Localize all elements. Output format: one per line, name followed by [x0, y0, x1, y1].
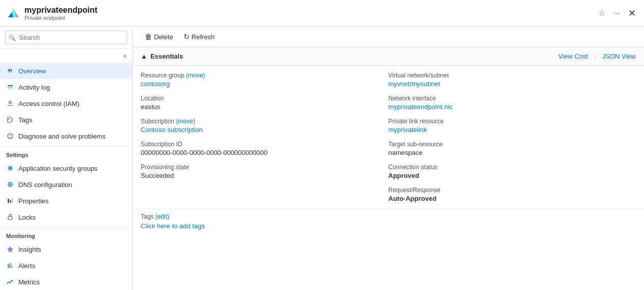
- location-value: eastus: [141, 103, 389, 111]
- content-toolbar: 🗑 Delete ↻ Refresh: [133, 27, 644, 47]
- dns-config-label: DNS configuration: [18, 181, 72, 189]
- alerts-icon: [6, 261, 14, 270]
- insights-icon: [6, 245, 14, 253]
- field-vnet-subnet: Virtual network/subnet myvnet/mysubnet: [389, 72, 636, 88]
- svg-rect-3: [8, 85, 13, 86]
- alerts-label: Alerts: [18, 262, 35, 270]
- essentials-collapse-icon[interactable]: ▲: [141, 52, 147, 60]
- field-subscription: Subscription (move) Contoso subscription: [141, 118, 389, 134]
- svg-point-15: [10, 184, 11, 186]
- essentials-header: ▲ Essentials View Cost | JSON View: [133, 47, 644, 66]
- resource-title-block: myprivateendpoint Private endpoint: [24, 6, 592, 21]
- sidebar-item-access-control[interactable]: Access control (IAM): [0, 95, 132, 112]
- tags-add-link[interactable]: Click here to add tags: [141, 222, 205, 230]
- sidebar-item-app-security-groups[interactable]: Application security groups: [0, 160, 132, 176]
- target-sub-resource-label: Target sub-resource: [389, 141, 636, 148]
- sidebar-collapse-button[interactable]: «: [0, 49, 132, 63]
- provisioning-state-value: Succeeded: [141, 172, 389, 179]
- sidebar-item-overview[interactable]: Overview: [0, 63, 132, 79]
- sidebar-item-dns-config[interactable]: DNS configuration: [0, 176, 132, 193]
- subscription-id-label: Subscription ID: [141, 141, 389, 148]
- field-resource-group: Resource group (move) contosorg: [141, 72, 389, 88]
- sidebar-item-locks[interactable]: Locks: [0, 209, 132, 225]
- sidebar-item-alerts[interactable]: Alerts: [0, 257, 132, 274]
- view-cost-link[interactable]: View Cost: [558, 52, 588, 60]
- refresh-icon: ↻: [184, 33, 190, 41]
- azure-logo-icon: [6, 6, 20, 20]
- favorite-button[interactable]: ☆: [596, 6, 607, 20]
- sidebar-item-metrics[interactable]: Metrics: [0, 274, 132, 290]
- essentials-links: View Cost | JSON View: [558, 52, 636, 60]
- main-layout: « Overview Activity log Access control (…: [0, 27, 644, 290]
- essentials-left-col: Resource group (move) contosorg Location…: [141, 72, 389, 202]
- location-label: Location: [141, 95, 389, 102]
- main-content: 🗑 Delete ↻ Refresh ▲ Essentials View Cos…: [133, 27, 644, 290]
- tags-section: Tags (edit) Click here to add tags: [133, 208, 644, 238]
- request-response-value: Auto-Approved: [389, 195, 636, 202]
- sidebar-item-properties[interactable]: Properties: [0, 193, 132, 209]
- svg-rect-17: [10, 200, 11, 203]
- subscription-value[interactable]: Contoso subscription: [141, 126, 389, 134]
- network-interface-value[interactable]: myprivateendpoint.nic: [389, 103, 636, 111]
- json-view-link[interactable]: JSON View: [602, 52, 636, 60]
- overview-icon: [6, 67, 14, 75]
- resource-name: myprivateendpoint: [24, 6, 592, 15]
- subscription-move-link[interactable]: (move): [176, 118, 195, 125]
- svg-rect-20: [8, 264, 9, 268]
- tags-icon: [6, 116, 14, 124]
- settings-section-label: Settings: [0, 146, 132, 160]
- field-location: Location eastus: [141, 95, 389, 111]
- sidebar-search-area: [0, 27, 132, 49]
- search-input[interactable]: [5, 31, 127, 44]
- field-private-link-resource: Private link resource myprivatelink: [389, 118, 636, 134]
- field-target-sub-resource: Target sub-resource namespace: [389, 141, 636, 156]
- more-options-button[interactable]: ···: [611, 7, 622, 20]
- sidebar-item-activity-log[interactable]: Activity log: [0, 79, 132, 95]
- field-connection-status: Connection status Approved: [389, 164, 636, 179]
- tags-label: Tags: [18, 116, 32, 124]
- subscription-id-value: 00000000-0000-0000-0000-000000000000: [141, 149, 389, 156]
- tags-edit-link[interactable]: (edit): [156, 213, 169, 220]
- target-sub-resource-value: namespace: [389, 149, 636, 156]
- resource-group-value[interactable]: contosorg: [141, 80, 389, 88]
- dns-config-icon: [6, 180, 14, 189]
- topbar-actions: ☆ ··· ✕: [596, 6, 638, 21]
- network-interface-label: Network interface: [389, 95, 636, 102]
- vnet-subnet-value[interactable]: myvnet/mysubnet: [389, 80, 636, 88]
- sidebar-item-tags[interactable]: Tags: [0, 112, 132, 128]
- refresh-button[interactable]: ↻ Refresh: [179, 31, 219, 43]
- subscription-label: Subscription (move): [141, 118, 389, 125]
- monitoring-section-label: Monitoring: [0, 227, 132, 241]
- metrics-icon: [6, 278, 14, 286]
- essentials-right-col: Virtual network/subnet myvnet/mysubnet N…: [389, 72, 636, 202]
- activity-log-label: Activity log: [18, 84, 50, 91]
- app-security-groups-label: Application security groups: [18, 165, 97, 172]
- sidebar-item-insights[interactable]: Insights: [0, 241, 132, 257]
- insights-label: Insights: [18, 246, 41, 253]
- svg-rect-22: [12, 265, 13, 268]
- sidebar-item-diagnose[interactable]: Diagnose and solve problems: [0, 128, 132, 144]
- svg-rect-18: [12, 198, 13, 203]
- field-subscription-id: Subscription ID 00000000-0000-0000-0000-…: [141, 141, 389, 156]
- locks-label: Locks: [18, 214, 36, 221]
- tags-field-label: Tags (edit): [141, 213, 636, 220]
- connection-status-value: Approved: [389, 172, 636, 179]
- vnet-subnet-label: Virtual network/subnet: [389, 72, 636, 79]
- link-divider: |: [594, 52, 596, 60]
- svg-rect-4: [8, 87, 13, 88]
- svg-rect-21: [10, 263, 11, 268]
- properties-label: Properties: [18, 197, 48, 205]
- private-link-resource-value[interactable]: myprivatelink: [389, 126, 636, 134]
- field-provisioning-state: Provisioning state Succeeded: [141, 164, 389, 179]
- svg-point-7: [9, 119, 10, 120]
- field-network-interface: Network interface myprivateendpoint.nic: [389, 95, 636, 111]
- svg-point-6: [9, 101, 12, 104]
- diagnose-icon: [6, 132, 14, 140]
- close-button[interactable]: ✕: [626, 6, 638, 21]
- provisioning-state-label: Provisioning state: [141, 164, 389, 171]
- resource-type: Private endpoint: [24, 15, 592, 21]
- resource-group-move-link[interactable]: (move): [186, 72, 205, 79]
- delete-button[interactable]: 🗑 Delete: [141, 31, 177, 43]
- resource-group-label: Resource group (move): [141, 72, 389, 79]
- svg-rect-19: [8, 217, 12, 220]
